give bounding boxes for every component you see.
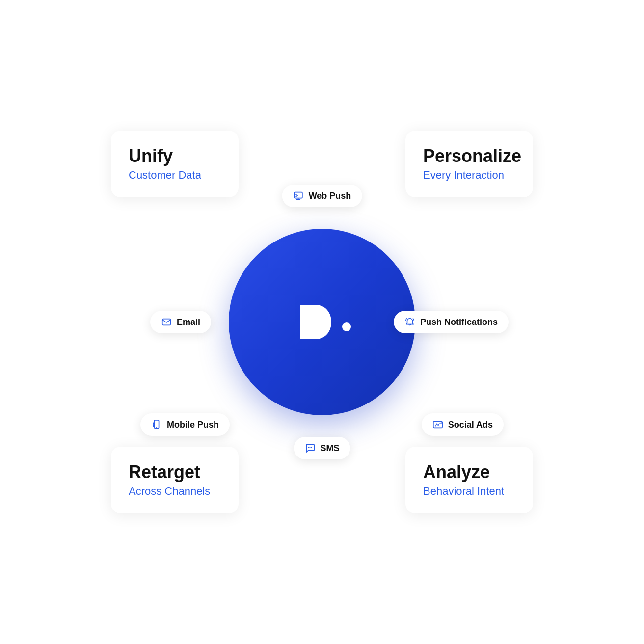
email-icon (161, 317, 172, 327)
push-notifications-icon (404, 317, 415, 327)
card-analyze-subtitle: Behavioral Intent (423, 485, 515, 498)
diagram-container: Unify Customer Data Personalize Every In… (101, 101, 543, 543)
card-retarget-subtitle: Across Channels (129, 485, 221, 498)
card-retarget-title: Retarget (129, 462, 221, 482)
svg-point-7 (309, 447, 310, 448)
card-analyze-title: Analyze (423, 462, 515, 482)
svg-point-3 (156, 427, 157, 428)
social-ads-label: Social Ads (448, 420, 493, 430)
web-push-icon (293, 190, 304, 201)
web-push-label: Web Push (309, 191, 351, 201)
sms-label: SMS (320, 443, 339, 454)
pill-email[interactable]: Email (150, 311, 211, 333)
svg-rect-0 (294, 192, 302, 198)
mobile-push-icon (151, 419, 162, 430)
email-label: Email (177, 317, 200, 327)
brand-logo (293, 300, 351, 344)
card-unify: Unify Customer Data (111, 131, 239, 197)
card-personalize-title: Personalize (423, 146, 515, 166)
pill-mobile-push[interactable]: Mobile Push (140, 413, 230, 436)
card-personalize: Personalize Every Interaction (405, 131, 533, 197)
card-retarget: Retarget Across Channels (111, 447, 239, 513)
svg-point-6 (308, 447, 309, 448)
card-personalize-subtitle: Every Interaction (423, 169, 515, 182)
pill-social-ads[interactable]: ADS Social Ads (422, 413, 504, 436)
card-unify-subtitle: Customer Data (129, 169, 221, 182)
card-unify-title: Unify (129, 146, 221, 166)
mobile-push-label: Mobile Push (167, 420, 219, 430)
svg-text:ADS: ADS (439, 422, 443, 424)
push-notifications-label: Push Notifications (420, 317, 498, 327)
logo-dot-icon (342, 322, 351, 331)
center-logo-circle (229, 229, 415, 415)
pill-sms[interactable]: SMS (294, 437, 350, 459)
svg-point-8 (311, 447, 312, 448)
logo-d-icon (293, 300, 337, 344)
sms-icon (304, 443, 315, 454)
pill-push-notifications[interactable]: Push Notifications (394, 311, 509, 333)
pill-web-push[interactable]: Web Push (282, 185, 362, 207)
card-analyze: Analyze Behavioral Intent (405, 447, 533, 513)
social-ads-icon: ADS (432, 419, 443, 430)
